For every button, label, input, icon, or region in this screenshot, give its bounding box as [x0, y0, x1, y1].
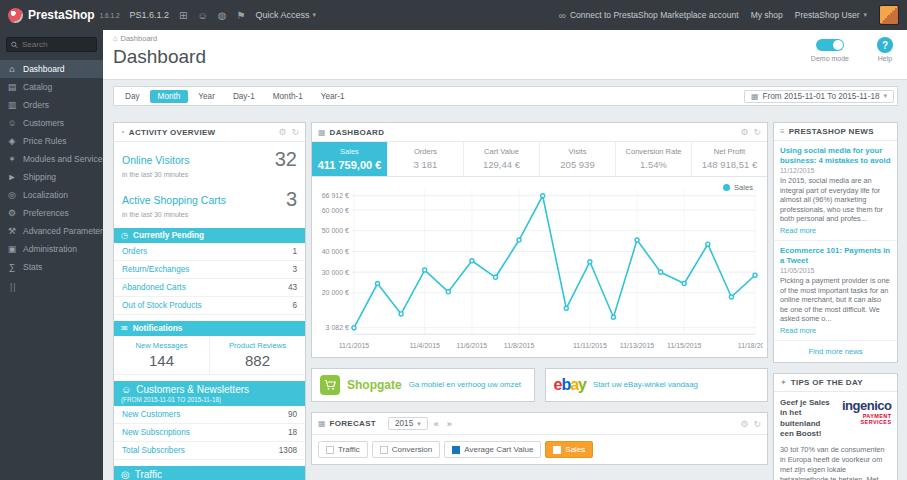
kpi-sales[interactable]: Sales411 759,00 €	[312, 142, 387, 176]
cart-icon[interactable]: ⊞	[179, 10, 187, 21]
user-menu[interactable]: PrestaShop User ▾	[795, 10, 867, 20]
customers-row: New Subscriptions18	[114, 424, 305, 442]
active-carts-link[interactable]: Active Shopping Carts	[122, 194, 226, 206]
new-subscriptions-link[interactable]: New Subscriptions	[122, 428, 190, 437]
kpi-label: Conversion Rate	[618, 147, 689, 156]
kpi-label: Cart Value	[466, 147, 537, 156]
kpi-conversion-rate[interactable]: Conversion Rate1.54%	[615, 142, 691, 176]
sidebar-item-price-rules[interactable]: ◈Price Rules	[0, 132, 103, 150]
prestashop-logo[interactable]: PrestaShop 1.6.1.2	[8, 8, 120, 23]
quick-access-menu[interactable]: Quick Access ▾	[255, 10, 316, 20]
refresh-icon[interactable]: ↻	[753, 419, 761, 429]
forecast-sales-toggle[interactable]: Sales	[545, 441, 593, 458]
filter-year-1-button[interactable]: Year-1	[313, 90, 353, 103]
sidebar-item-orders[interactable]: ▥Orders	[0, 96, 103, 114]
forecast-next-button[interactable]: »	[445, 419, 454, 429]
data-point	[517, 238, 521, 242]
refresh-icon[interactable]: ↻	[753, 127, 761, 137]
read-more-link[interactable]: Read more	[780, 226, 816, 235]
read-more-link[interactable]: Read more	[780, 326, 816, 335]
pending-row: Return/Exchanges3	[114, 261, 305, 279]
collapse-sidebar-button[interactable]: ||	[0, 276, 103, 298]
y-tick-label: 30 000 €	[322, 269, 349, 277]
out-of-stock-link[interactable]: Out of Stock Products	[122, 301, 202, 310]
forecast-traffic-toggle[interactable]: Traffic	[318, 441, 368, 458]
demo-mode-toggle[interactable]	[816, 39, 844, 51]
marketplace-connect-link[interactable]: ∞ Connect to PrestaShop Marketplace acco…	[559, 10, 739, 21]
sidebar-item-catalog[interactable]: ▤Catalog	[0, 78, 103, 96]
sidebar-item-modules[interactable]: ✶Modules and Services	[0, 150, 103, 168]
customers-row: New Customers90	[114, 406, 305, 424]
new-messages-cell[interactable]: New Messages 144	[114, 336, 209, 374]
sidebar-item-preferences[interactable]: ⚙Preferences	[0, 204, 103, 222]
sidebar-item-shipping[interactable]: ►Shipping	[0, 168, 103, 186]
article-title-link[interactable]: Using social media for your business: 4 …	[780, 146, 891, 165]
sidebar-item-advanced-parameters[interactable]: ⚒Advanced Parameters	[0, 222, 103, 240]
page-header: ⌂ Dashboard Dashboard Demo mode ? Help	[103, 30, 907, 80]
topbar: PrestaShop 1.6.1.2 PS1.6.1.2 ⊞ ☺ ◍ ⚑ Qui…	[0, 0, 907, 30]
returns-link[interactable]: Return/Exchanges	[122, 265, 189, 274]
gear-icon[interactable]: ⚙	[740, 127, 748, 137]
forecast-conversion-toggle[interactable]: Conversion	[372, 441, 440, 458]
ebay-link[interactable]: Start uw eBay-winkel vandaag	[593, 380, 698, 389]
ebay-letter: b	[561, 376, 570, 393]
article-title-link[interactable]: Ecommerce 101: Payments in a Tweet	[780, 246, 891, 265]
new-customers-link[interactable]: New Customers	[122, 410, 180, 419]
shopgate-promo[interactable]: Shopgate Ga mobiel en verhoog uw omzet	[311, 368, 535, 402]
filter-day-1-button[interactable]: Day-1	[225, 90, 263, 103]
sidebar-item-localization[interactable]: ◎Localization	[0, 186, 103, 204]
avatar[interactable]	[879, 5, 899, 25]
product-reviews-cell[interactable]: Product Reviews 882	[209, 336, 305, 374]
sidebar-item-dashboard[interactable]: ⌂Dashboard	[0, 60, 103, 78]
find-more-news-link[interactable]: Find more news	[774, 341, 897, 362]
total-subscribers-value: 1308	[279, 446, 297, 455]
my-shop-link[interactable]: My shop	[751, 10, 783, 20]
kpi-net-profit[interactable]: Net Profit148 918,51 €	[691, 142, 767, 176]
filter-month-1-button[interactable]: Month-1	[265, 90, 311, 103]
search-icon	[11, 41, 18, 49]
tips-panel-header: ✦ TIPS OF THE DAY	[774, 374, 897, 392]
kpi-visits[interactable]: Visits205 939	[539, 142, 615, 176]
online-visitors-link[interactable]: Online Visitors	[122, 154, 190, 166]
marketplace-connect-label: Connect to PrestaShop Marketplace accoun…	[570, 10, 739, 20]
shop-name-link[interactable]: PS1.6.1.2	[130, 10, 170, 20]
activity-column: ◔ ACTIVITY OVERVIEW ⚙ ↻ Online Visitors …	[113, 122, 306, 480]
gear-icon[interactable]: ⚙	[740, 419, 748, 429]
kpi-orders[interactable]: Orders3 181	[387, 142, 463, 176]
forecast-avg-cart-toggle[interactable]: Average Cart Value	[444, 441, 541, 458]
kpi-cart-value[interactable]: Cart Value129,44 €	[463, 142, 539, 176]
abandoned-carts-link[interactable]: Abandoned Carts	[122, 283, 186, 292]
forecast-prev-button[interactable]: «	[432, 419, 441, 429]
gear-icon[interactable]: ⚙	[278, 127, 286, 137]
total-subscribers-link[interactable]: Total Subscribers	[122, 446, 185, 455]
globe-icon: ◎	[121, 469, 130, 480]
orders-link[interactable]: Orders	[122, 247, 147, 256]
data-point	[493, 275, 497, 279]
sidebar-item-customers[interactable]: ☺Customers	[0, 114, 103, 132]
x-tick-label: 11/15/2015	[667, 342, 701, 350]
date-range-picker[interactable]: ▦ From 2015-11-01 To 2015-11-18 ▾	[744, 90, 894, 103]
ebay-promo[interactable]: ebay Start uw eBay-winkel vandaag	[545, 368, 769, 402]
orders-value: 1	[292, 247, 297, 256]
notifications-header: ✉ Notifications	[114, 321, 305, 336]
search-input[interactable]	[22, 40, 92, 49]
sidebar-item-stats[interactable]: ∑Stats	[0, 258, 103, 276]
breadcrumb: ⌂ Dashboard	[113, 34, 157, 43]
lifering-icon[interactable]: ◍	[218, 10, 227, 21]
refresh-icon[interactable]: ↻	[291, 127, 299, 137]
person-icon[interactable]: ☺	[198, 10, 208, 21]
x-tick-label: 11/13/2015	[620, 342, 654, 350]
kpi-row: Sales411 759,00 € Orders3 181 Cart Value…	[312, 142, 767, 177]
sidebar-item-administration[interactable]: ▣Administration	[0, 240, 103, 258]
filter-day-button[interactable]: Day	[117, 90, 148, 103]
filter-year-button[interactable]: Year	[190, 90, 223, 103]
chart-legend: Sales	[723, 183, 753, 192]
flag-icon[interactable]: ⚑	[236, 10, 245, 21]
forecast-year-select[interactable]: 2015 ▾	[388, 417, 428, 430]
help-icon[interactable]: ?	[877, 37, 893, 53]
filter-month-button[interactable]: Month	[150, 90, 189, 103]
modules-icon: ✶	[7, 154, 17, 164]
shopgate-link[interactable]: Ga mobiel en verhoog uw omzet	[409, 380, 521, 389]
checkbox-icon	[553, 446, 561, 454]
activity-panel-title: ACTIVITY OVERVIEW	[129, 128, 216, 137]
